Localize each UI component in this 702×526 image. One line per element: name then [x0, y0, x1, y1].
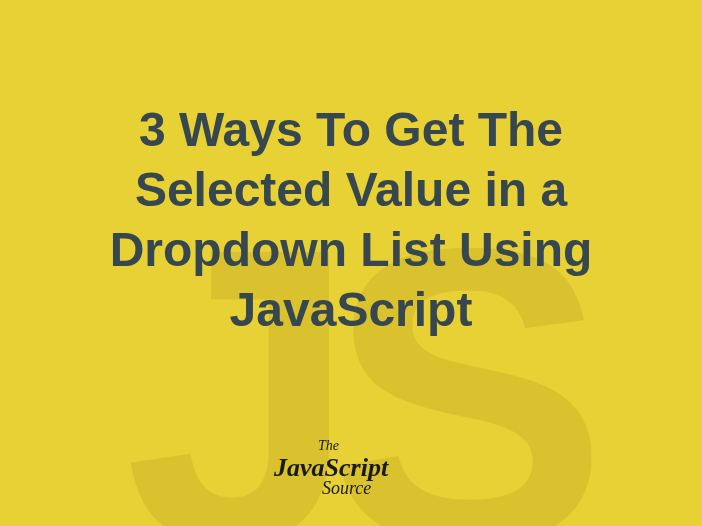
site-logo: The JavaScript Source — [266, 436, 436, 502]
article-title: 3 Ways To Get The Selected Value in a Dr… — [0, 100, 702, 340]
logo-line1: The — [318, 438, 339, 453]
logo-line3: Source — [322, 478, 371, 498]
